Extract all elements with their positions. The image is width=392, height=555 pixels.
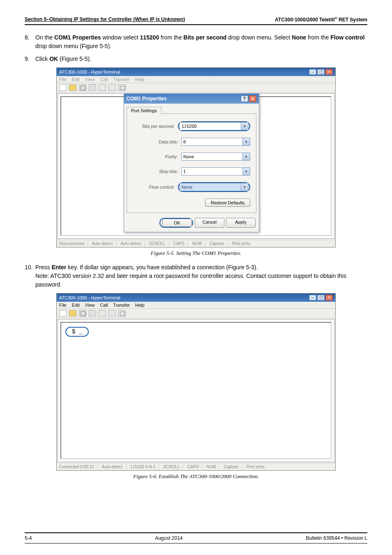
- status-num-2: NUM: [207, 465, 220, 469]
- menu-edit[interactable]: Edit: [72, 77, 80, 82]
- menu-edit-2[interactable]: Edit: [72, 303, 80, 308]
- open-icon[interactable]: [69, 84, 76, 91]
- window-buttons-2: – ▢ ×: [309, 295, 333, 301]
- call-icon-2[interactable]: [79, 310, 86, 317]
- dialog-titlebar: COM1 Properties ? ×: [124, 94, 259, 104]
- stop-bits-row: Stop bits: ▾: [133, 167, 250, 176]
- databits-dropdown-arrow[interactable]: ▾: [243, 138, 250, 146]
- close-button[interactable]: ×: [325, 69, 333, 75]
- disconnect-icon-2[interactable]: [89, 310, 96, 317]
- toolbar-1: [57, 83, 335, 92]
- status-conn-2: Connected 0:00:13: [59, 465, 98, 469]
- menu-file[interactable]: File: [59, 77, 67, 82]
- flow-highlight-oval: ▾: [178, 182, 250, 192]
- maximize-button-2[interactable]: ▢: [317, 295, 325, 301]
- dialog-panel: Bits per second: ▾ Data bits: ▾: [127, 113, 256, 213]
- menu-transfer[interactable]: Transfer: [113, 77, 130, 82]
- parity-value[interactable]: [181, 153, 243, 161]
- step-10-note: Note: ATC300 version 2.32 and later requ…: [35, 273, 346, 288]
- cancel-button[interactable]: Cancel: [195, 218, 224, 228]
- restore-defaults-button[interactable]: Restore Defaults: [205, 199, 250, 207]
- receive-icon[interactable]: [108, 84, 116, 91]
- page-footer: 5-4 August 2014 Bulletin 639544 • Revisi…: [25, 532, 367, 543]
- open-icon-2[interactable]: [69, 310, 76, 317]
- step-9-num: 9.: [25, 55, 35, 63]
- flow-dropdown-arrow[interactable]: ▾: [241, 183, 249, 191]
- menu-file-2[interactable]: File: [59, 303, 67, 308]
- parity-dropdown-arrow[interactable]: ▾: [243, 153, 250, 161]
- stopbits-combo[interactable]: ▾: [181, 167, 250, 176]
- flow-label: Flow control:: [149, 185, 175, 190]
- status-print-2: Print echo: [246, 465, 268, 469]
- properties-icon-2[interactable]: [118, 310, 126, 317]
- dollar-prompt-oval: $ _: [65, 327, 89, 337]
- bps-combo[interactable]: ▾: [180, 122, 249, 130]
- hyperterminal-window-1: ATC300-1000 - HyperTerminal – ▢ × File E…: [56, 67, 336, 247]
- footer-left: 5-4: [25, 535, 32, 541]
- dialog-help-button[interactable]: ?: [241, 95, 248, 102]
- step-10: 10. Press Enter key. If dollar sign appe…: [25, 263, 367, 289]
- window-buttons-1: – ▢ ×: [309, 69, 333, 75]
- stopbits-value[interactable]: [181, 167, 243, 176]
- databits-label: Data bits:: [159, 139, 178, 144]
- menu-view[interactable]: View: [85, 77, 95, 82]
- menu-call-2[interactable]: Call: [100, 303, 108, 308]
- bps-dropdown-arrow[interactable]: ▾: [241, 122, 249, 130]
- dialog-close-button[interactable]: ×: [249, 95, 256, 102]
- restore-row: Restore Defaults: [133, 199, 250, 207]
- maximize-button[interactable]: ▢: [317, 69, 325, 75]
- call-icon[interactable]: [79, 84, 86, 91]
- menu-call[interactable]: Call: [100, 77, 108, 82]
- step-10-num: 10.: [25, 263, 35, 289]
- step-8: 8. On the COM1 Properties window select …: [25, 33, 367, 51]
- flow-combo[interactable]: ▾: [180, 183, 249, 191]
- data-bits-row: Data bits: ▾: [133, 138, 250, 146]
- status-caps-1: CAPS: [173, 241, 188, 246]
- window-titlebar-2: ATC300-1000 - HyperTerminal – ▢ ×: [57, 294, 335, 302]
- properties-icon[interactable]: [118, 84, 126, 91]
- port-settings-tab[interactable]: Port Settings: [127, 107, 161, 114]
- step-8-num: 8.: [25, 33, 35, 51]
- menu-transfer-2[interactable]: Transfer: [113, 303, 130, 308]
- ok-button[interactable]: OK: [162, 219, 192, 227]
- close-button-2[interactable]: ×: [325, 295, 333, 301]
- databits-combo[interactable]: ▾: [181, 138, 250, 146]
- new-icon-2[interactable]: [59, 310, 67, 317]
- status-capture-2: Capture: [224, 465, 242, 469]
- new-icon[interactable]: [59, 84, 67, 91]
- bps-value[interactable]: [180, 122, 241, 130]
- status-capture-1: Capture: [210, 241, 228, 246]
- flow-value[interactable]: [180, 183, 241, 191]
- client-area-2: $ _: [58, 319, 334, 462]
- status-scroll-1: SCROLL: [149, 241, 169, 246]
- menu-help[interactable]: Help: [135, 77, 145, 82]
- menu-view-2[interactable]: View: [85, 303, 95, 308]
- parity-label: Parity:: [165, 154, 178, 159]
- status-bar-1: Disconnected Auto detect Auto detect SCR…: [57, 240, 335, 247]
- step-9-body: Click OK (Figure 5-5).: [35, 55, 367, 63]
- client-area-1: COM1 Properties ? × Port Settings Bits p…: [58, 93, 334, 239]
- figure-5-5: ATC300-1000 - HyperTerminal – ▢ × File E…: [25, 67, 367, 247]
- menu-help-2[interactable]: Help: [135, 303, 145, 308]
- receive-icon-2[interactable]: [108, 310, 116, 317]
- bits-per-second-row: Bits per second: ▾: [133, 121, 250, 131]
- apply-button[interactable]: Apply: [226, 218, 256, 228]
- disconnect-icon[interactable]: [89, 84, 96, 91]
- status-caps-2: CAPS: [187, 465, 202, 469]
- stopbits-dropdown-arrow[interactable]: ▾: [243, 167, 250, 176]
- parity-combo[interactable]: ▾: [181, 153, 250, 161]
- step-8-body: On the COM1 Properties window select 115…: [35, 33, 367, 51]
- status-det1: Auto detect: [92, 241, 117, 246]
- ok-highlight-oval: OK: [159, 218, 193, 228]
- terminal-area-2[interactable]: $ _: [60, 322, 332, 459]
- dialog-footer: OK Cancel Apply: [124, 215, 259, 232]
- send-icon-2[interactable]: [99, 310, 106, 317]
- com1-properties-dialog: COM1 Properties ? × Port Settings Bits p…: [124, 93, 259, 232]
- status-bar-2: Connected 0:00:13 Auto detect 115200 8-N…: [57, 463, 335, 470]
- minimize-button[interactable]: –: [309, 69, 316, 75]
- databits-value[interactable]: [181, 138, 243, 146]
- window-title-1: ATC300-1000 - HyperTerminal: [59, 69, 120, 74]
- send-icon[interactable]: [99, 84, 106, 91]
- flow-control-row: Flow control: ▾: [133, 182, 250, 192]
- minimize-button-2[interactable]: –: [309, 295, 316, 301]
